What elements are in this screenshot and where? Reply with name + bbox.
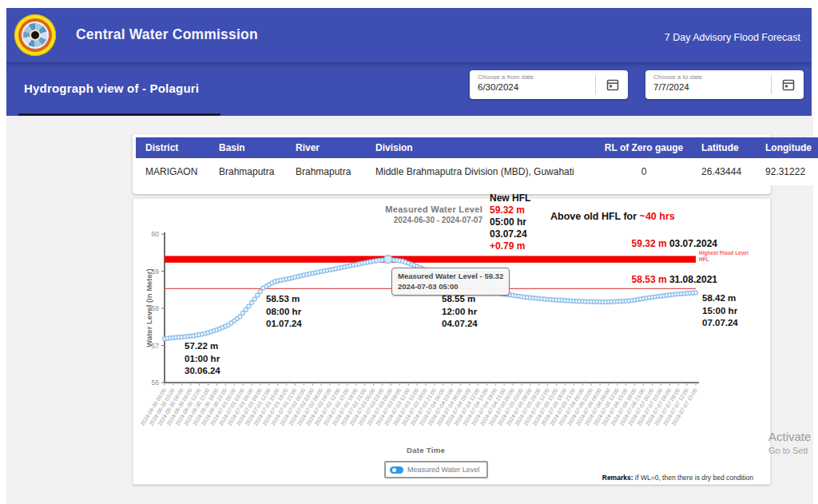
new-hfl-callout: New HFL 59.32 m 05:00 hr 03.07.24 +0.79 …: [490, 192, 530, 252]
table-header-5: Latitude: [692, 137, 756, 158]
table-cell: 92.31222: [756, 158, 818, 185]
table-header-4: RL of Zero gauge: [596, 137, 692, 158]
cwc-logo-hub: [31, 31, 39, 39]
sub-header: Hydrograph view of - Polaguri Choose a f…: [6, 62, 812, 116]
hfl-side-line2: HFL: [699, 256, 766, 263]
old-hfl-line-date: 31.08.2021: [669, 274, 717, 285]
to-date-label: Choose a to date: [653, 73, 702, 81]
cwc-logo-icon: [14, 14, 56, 56]
svg-text:60: 60: [152, 230, 160, 238]
from-date-picker[interactable]: Choose a from date: [470, 70, 628, 99]
station-table: DistrictBasinRiverDivisionRL of Zero gau…: [136, 137, 818, 185]
page-title: Hydrograph view of - Polaguri: [24, 81, 199, 95]
new-hfl-line-label: 59.32 m 03.07.2024: [632, 238, 717, 249]
legend-series-icon: [390, 466, 403, 474]
x-axis-title: Date Time: [382, 446, 470, 454]
chart-tooltip: Measured Water Level - 59.32 2024-07-03 …: [391, 268, 510, 296]
annotation-hour: 01:00 hr: [185, 353, 220, 366]
table-row: MARIGAONBrahmaputraBrahmaputraMiddle Bra…: [136, 158, 818, 185]
station-info-card: DistrictBasinRiverDivisionRL of Zero gau…: [133, 134, 771, 194]
app-title: Central Water Commission: [76, 26, 258, 43]
annotation-date: 07.07.24: [702, 317, 738, 330]
table-cell: Middle Brahmaputra Division (MBD), Guwah…: [366, 158, 596, 185]
annotation-hour: 08:00 hr: [266, 306, 302, 319]
activate-windows-watermark: Activate Go to Sett: [768, 429, 811, 456]
remarks-text: If WL=0, then there is dry bed condition: [633, 474, 754, 482]
annotation-value: 57.22 m: [185, 340, 220, 353]
from-date-label: Choose a from date: [478, 73, 534, 81]
from-date-input[interactable]: [476, 81, 567, 93]
annotation-start: 57.22 m 01:00 hr 30.06.24: [185, 340, 220, 378]
annotation-end: 58.42 m 15:00 hr 07.07.24: [702, 292, 738, 330]
hfl-side-line1: Highest Flood Level: [699, 250, 766, 256]
from-date-divider: [595, 75, 596, 94]
table-cell: 0: [596, 158, 692, 185]
to-date-picker[interactable]: Choose a to date: [645, 70, 804, 99]
chart-subtitle: 2024-06-30 - 2024-07-07: [323, 216, 482, 224]
annotation-value: 58.42 m: [702, 292, 738, 305]
chart-title: Measured Water Level: [323, 204, 482, 214]
to-date-divider: [771, 75, 772, 94]
calendar-icon[interactable]: [606, 77, 620, 92]
legend-label: Measured Water Level: [407, 466, 479, 474]
table-header-0: District: [136, 137, 209, 158]
table-cell: 26.43444: [692, 158, 756, 185]
legend-series-dot: [392, 468, 396, 472]
above-note-text: Above old HFL for: [550, 211, 640, 222]
forecast-link[interactable]: 7 Day Advisory Flood Forecast: [665, 32, 800, 43]
old-hfl-line-label: 58.53 m 31.08.2021: [632, 274, 717, 285]
annotation-fall: 58.55 m 12:00 hr 04.07.24: [442, 293, 478, 331]
new-hfl-hour: 05:00 hr: [490, 216, 530, 228]
table-cell: Brahmaputra: [209, 158, 286, 185]
page-title-underline: [18, 113, 220, 116]
tooltip-series-value: Measured Water Level - 59.32: [398, 272, 503, 282]
new-hfl-line-date: 03.07.2024: [669, 238, 717, 249]
table-header-3: Division: [366, 137, 596, 158]
legend-item-measured-water-level[interactable]: Measured Water Level: [384, 461, 488, 478]
hfl-side-label: Highest Flood Level HFL: [699, 250, 766, 262]
annotation-date: 04.07.24: [442, 318, 478, 331]
old-hfl-line-value: 58.53 m: [632, 274, 667, 285]
svg-text:56: 56: [152, 379, 160, 387]
y-axis-title: Water Level (In Meter): [145, 244, 153, 372]
remarks-label: Remarks:: [602, 474, 633, 482]
new-hfl-value: 59.32 m: [490, 204, 530, 216]
table-header-2: River: [286, 137, 366, 158]
annotation-hour: 12:00 hr: [442, 306, 478, 319]
annotation-date: 30.06.24: [185, 365, 220, 378]
remarks: Remarks: If WL=0, then there is dry bed …: [602, 474, 753, 482]
table-cell: MARIGAON: [136, 158, 209, 185]
table-cell: Brahmaputra: [286, 158, 366, 185]
table-header-6: Longitude: [756, 137, 818, 158]
annotation-value: 58.53 m: [266, 293, 302, 306]
to-date-input[interactable]: [652, 81, 743, 93]
page: Central Water Commission 7 Day Advisory …: [0, 0, 818, 504]
calendar-icon[interactable]: [781, 77, 796, 92]
tooltip-datetime: 2024-07-03 05:00: [398, 282, 503, 292]
new-hfl-line-value: 59.32 m: [632, 238, 667, 249]
new-hfl-title: New HFL: [490, 192, 530, 204]
new-hfl-date: 03.07.24: [490, 228, 530, 240]
annotation-hour: 15:00 hr: [702, 305, 738, 318]
new-hfl-delta: +0.79 m: [490, 240, 530, 252]
app-header: Central Water Commission 7 Day Advisory …: [6, 8, 812, 62]
table-header-1: Basin: [209, 137, 286, 158]
above-note-duration: ~40 hrs: [640, 211, 675, 222]
annotation-rise: 58.53 m 08:00 hr 01.07.24: [266, 293, 302, 331]
hydrograph-card: 56575859602024-06-30 00:002024-06-30 03:…: [133, 198, 771, 485]
annotation-date: 01.07.24: [266, 318, 302, 331]
watermark-line1: Activate: [768, 429, 811, 445]
watermark-line2: Go to Sett: [768, 445, 811, 456]
above-old-hfl-note: Above old HFL for ~40 hrs: [550, 211, 675, 222]
